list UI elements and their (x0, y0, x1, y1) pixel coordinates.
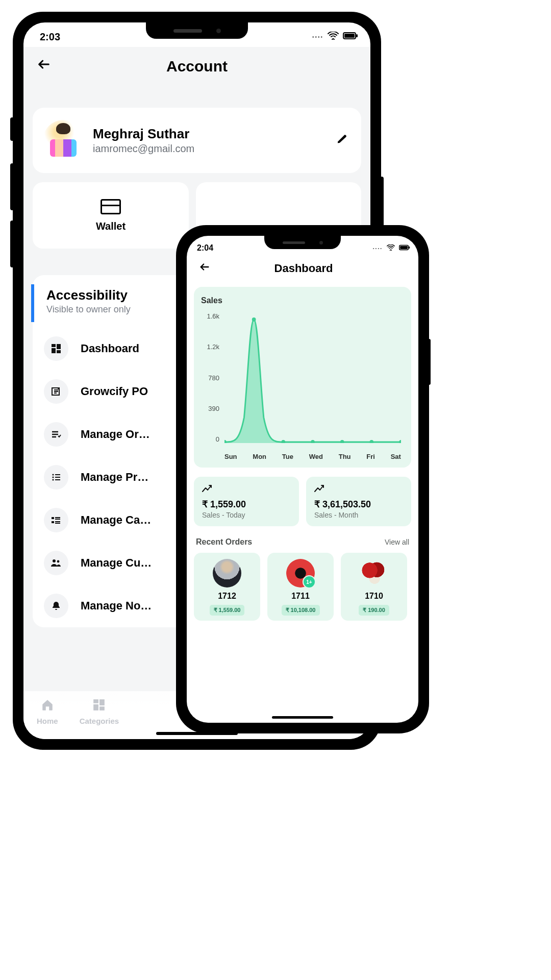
status-time: 2:03 (40, 31, 60, 43)
svg-point-26 (340, 440, 344, 443)
wifi-icon (328, 32, 339, 42)
products-icon (44, 465, 68, 489)
kpi-value: ₹ 3,61,503.50 (314, 499, 403, 510)
x-tick: Thu (339, 453, 351, 460)
profile-card[interactable]: Meghraj Suthar iamromec@gmail.com (33, 108, 361, 173)
side-button (10, 163, 14, 210)
svg-point-10 (52, 479, 54, 480)
dashboard-header: Dashboard (194, 256, 411, 284)
orders-icon (44, 422, 68, 447)
menu-label: Dashboard (81, 342, 139, 355)
categories-tab-icon (92, 698, 106, 715)
back-button[interactable] (196, 258, 213, 279)
cell-dots-icon: •••• (373, 246, 383, 251)
order-amount: ₹ 1,559.00 (210, 605, 245, 616)
svg-point-9 (52, 476, 54, 478)
y-tick: 390 (201, 405, 219, 412)
device-notch (146, 22, 248, 39)
svg-point-14 (57, 560, 60, 563)
y-tick: 1.6k (201, 312, 219, 320)
wallet-card[interactable]: Wallet (33, 182, 189, 249)
kpi-sales-month[interactable]: ₹ 3,61,503.50 Sales - Month (306, 477, 411, 526)
customers-icon (44, 551, 68, 575)
profile-info: Meghraj Suthar iamromec@gmail.com (93, 126, 324, 155)
y-tick: 780 (201, 374, 219, 382)
y-tick: 1.2k (201, 343, 219, 351)
order-id: 1712 (218, 592, 236, 601)
profile-email: iamromec@gmail.com (93, 143, 324, 155)
avatar (43, 120, 84, 161)
y-tick: 0 (201, 435, 219, 443)
order-amount: ₹ 10,108.00 (282, 605, 320, 616)
order-card[interactable]: 1710 ₹ 190.00 (341, 553, 407, 621)
kpi-sales-today[interactable]: ₹ 1,559.00 Sales - Today (194, 477, 299, 526)
back-button[interactable] (34, 54, 54, 78)
svg-point-24 (281, 440, 285, 443)
svg-point-22 (224, 440, 227, 443)
svg-rect-2 (356, 34, 358, 37)
svg-rect-15 (94, 699, 99, 703)
wallet-icon (101, 199, 121, 214)
categories-icon (44, 508, 68, 532)
order-thumbnail (360, 559, 388, 587)
tab-home[interactable]: Home (29, 696, 66, 727)
svg-rect-1 (344, 34, 355, 38)
svg-point-23 (252, 317, 256, 322)
account-header: Account (23, 47, 370, 88)
screen: 2:04 •••• Dashboard Sales 1.6k 1.2k (187, 236, 418, 723)
menu-label: Growcify PO (81, 385, 148, 398)
order-card[interactable]: 1711 ₹ 10,108.00 (267, 553, 334, 621)
home-indicator (156, 732, 238, 735)
recent-orders-header: Recent Orders View all (196, 537, 409, 547)
trend-up-icon (202, 484, 291, 495)
device-notch (264, 236, 341, 249)
x-tick: Sat (391, 453, 401, 460)
menu-label: Manage Pr… (81, 471, 148, 484)
orders-row[interactable]: 1712 ₹ 1,559.00 1711 ₹ 10,108.00 1710 ₹ … (194, 553, 411, 621)
kpi-label: Sales - Month (314, 511, 403, 519)
svg-rect-12 (52, 521, 54, 523)
x-tick: Sun (224, 453, 237, 460)
recent-title: Recent Orders (196, 537, 252, 547)
order-thumbnail (286, 559, 315, 587)
svg-rect-3 (52, 344, 56, 347)
view-all-link[interactable]: View all (385, 538, 409, 546)
svg-rect-20 (400, 246, 408, 249)
tab-label: Categories (80, 717, 119, 725)
svg-point-27 (369, 440, 373, 443)
order-id: 1710 (365, 592, 383, 601)
wifi-icon (387, 243, 395, 253)
svg-point-25 (311, 440, 315, 443)
order-id: 1711 (291, 592, 310, 601)
kpi-row: ₹ 1,559.00 Sales - Today ₹ 3,61,503.50 S… (194, 477, 411, 526)
chart-area: 1.6k 1.2k 780 390 0 (201, 312, 404, 460)
chart-y-axis: 1.6k 1.2k 780 390 0 (201, 312, 222, 443)
dashboard-icon (44, 336, 68, 361)
tab-categories[interactable]: Categories (71, 696, 128, 727)
cell-dots-icon: •••• (312, 34, 323, 40)
order-thumbnail (213, 559, 241, 587)
side-button (428, 339, 431, 385)
svg-point-13 (53, 559, 56, 562)
x-tick: Mon (253, 453, 266, 460)
svg-rect-18 (100, 706, 105, 710)
dashboard-body: Dashboard Sales 1.6k 1.2k 780 390 0 (187, 256, 418, 723)
order-card[interactable]: 1712 ₹ 1,559.00 (194, 553, 260, 621)
x-tick: Wed (309, 453, 323, 460)
chart-title: Sales (201, 296, 404, 305)
tab-label: Home (37, 717, 58, 725)
home-icon (41, 698, 54, 715)
page-title: Account (54, 58, 360, 75)
svg-rect-6 (57, 350, 61, 353)
menu-label: Manage Cu… (81, 556, 152, 570)
profile-name: Meghraj Suthar (93, 126, 324, 142)
x-tick: Fri (366, 453, 375, 460)
order-amount: ₹ 190.00 (359, 605, 389, 616)
svg-point-8 (52, 474, 54, 475)
svg-rect-17 (94, 704, 99, 710)
side-button (10, 117, 14, 141)
menu-label: Manage No… (81, 599, 152, 612)
edit-profile-button[interactable] (334, 130, 351, 151)
menu-label: Manage Or… (81, 428, 150, 441)
phone-frame-small: 2:04 •••• Dashboard Sales 1.6k 1.2k (178, 227, 428, 732)
